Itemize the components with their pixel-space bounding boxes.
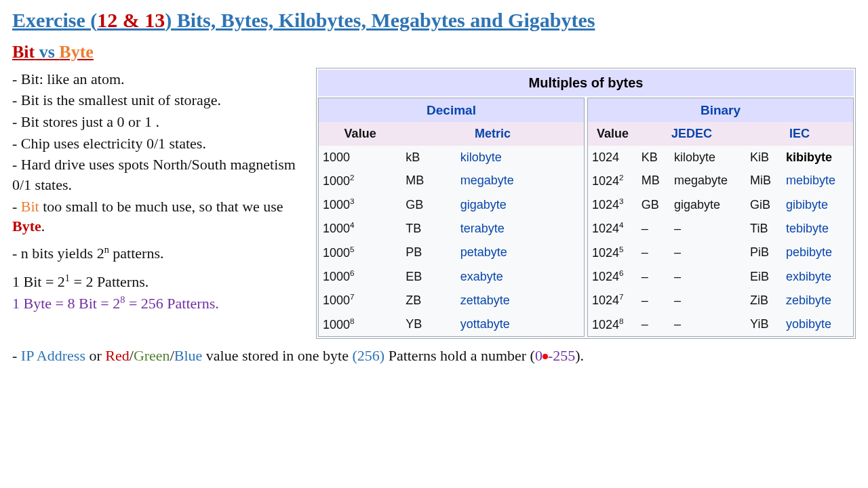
- unit-link[interactable]: yottabyte: [456, 312, 585, 337]
- footer-note: - IP Address or Red/Green/Blue value sto…: [12, 346, 856, 366]
- table-row: 1024KBkilobyteKiBkibibyte: [588, 146, 854, 169]
- col-iec: IEC: [746, 122, 853, 145]
- decimal-heading: Decimal: [319, 98, 585, 122]
- bullet-list: - Bit: like an atom. - Bit is the smalle…: [12, 68, 304, 339]
- bullet-atom: - Bit: like an atom.: [12, 69, 304, 89]
- unit-link[interactable]: tebibyte: [782, 216, 853, 240]
- unit-link[interactable]: exabyte: [456, 264, 585, 288]
- table-row: 10242MBmegabyteMiBmebibyte: [588, 169, 854, 192]
- table-row: 10248––YiByobibyte: [588, 312, 854, 337]
- binary-heading: Binary: [588, 98, 854, 122]
- col-jedec: JEDEC: [637, 122, 746, 145]
- unit-link[interactable]: pebibyte: [782, 241, 853, 264]
- table-row: 10245––PiBpebibyte: [588, 241, 854, 264]
- bullet-1byte: 1 Byte = 8 Bit = 28 = 256 Patterns.: [12, 293, 304, 314]
- table-row: 10247––ZiBzebibyte: [588, 288, 854, 312]
- unit-link[interactable]: terabyte: [456, 216, 585, 240]
- ip-address: IP Address: [21, 347, 85, 364]
- table-row: 10006EBexabyte: [319, 264, 585, 288]
- word-bit: Bit: [21, 198, 39, 215]
- title-nums: 12 & 13: [97, 9, 165, 31]
- col-value: Value: [319, 122, 402, 145]
- page-title: Exercise (12 & 13) Bits, Bytes, Kilobyte…: [12, 7, 856, 35]
- bullet-chip: - Chip uses electricity 0/1 states.: [12, 134, 304, 154]
- table-row: 1000kBkilobyte: [319, 146, 585, 169]
- binary-table: Binary Value JEDEC IEC 1024KBkilobyteKiB…: [587, 98, 854, 337]
- col-metric: Metric: [401, 122, 584, 145]
- subtitle: Bit vs Byte: [12, 40, 856, 64]
- word-byte: Byte: [12, 218, 41, 235]
- pointer-dot-icon: [542, 354, 548, 359]
- bullet-patterns: - n bits yields 2n patterns.: [12, 243, 304, 264]
- subtitle-byte: Byte: [59, 42, 94, 62]
- decimal-table: Decimal Value Metric 1000kBkilobyte10002…: [318, 98, 585, 337]
- bullet-smallest: - Bit is the smallest unit of storage.: [12, 90, 304, 110]
- unit-link[interactable]: gibibyte: [782, 192, 853, 216]
- num-256: (256): [352, 347, 384, 364]
- unit-link[interactable]: megabyte: [456, 169, 585, 192]
- bullet-1bit: 1 Bit = 21 = 2 Patterns.: [12, 272, 304, 292]
- subtitle-bit: Bit: [12, 42, 35, 62]
- unit-link[interactable]: gigabyte: [456, 192, 585, 216]
- unit-link[interactable]: kilobyte: [456, 146, 585, 169]
- unit-link[interactable]: yobibyte: [782, 312, 853, 337]
- table-row: 10008YByottabyte: [319, 312, 585, 337]
- table-row: 10002MBmegabyte: [319, 169, 585, 192]
- table-row: 10243GBgigabyteGiBgibibyte: [588, 192, 854, 216]
- word-red: Red: [105, 347, 129, 364]
- title-suffix: ) Bits, Bytes, Kilobytes, Megabytes and …: [165, 9, 595, 31]
- title-prefix: Exercise (: [12, 9, 97, 31]
- table-row: 10244––TiBtebibyte: [588, 216, 854, 240]
- bytes-table-box: Multiples of bytes Decimal Value Metric …: [316, 68, 856, 339]
- bullet-byte: - Bit too small to be much use, so that …: [12, 197, 304, 237]
- bullet-harddrive: - Hard drive uses spots North/South magn…: [12, 155, 304, 195]
- unit-link[interactable]: exbibyte: [782, 264, 853, 288]
- bullet-zero-one: - Bit stores just a 0 or 1 .: [12, 112, 304, 132]
- table-row: 10005PBpetabyte: [319, 241, 585, 264]
- subtitle-vs: vs: [35, 42, 59, 62]
- word-blue: Blue: [174, 347, 203, 364]
- table-row: 10004TBterabyte: [319, 216, 585, 240]
- table-row: 10007ZBzettabyte: [319, 288, 585, 312]
- unit-link[interactable]: zettabyte: [456, 288, 585, 312]
- unit-link[interactable]: petabyte: [456, 241, 585, 264]
- unit-link[interactable]: kibibyte: [782, 146, 853, 169]
- table-row: 10003GBgigabyte: [319, 192, 585, 216]
- table-row: 10246––EiBexbibyte: [588, 264, 854, 288]
- unit-link[interactable]: zebibyte: [782, 288, 853, 312]
- unit-link[interactable]: mebibyte: [782, 169, 853, 192]
- box-title: Multiples of bytes: [318, 70, 854, 96]
- col-value-bin: Value: [588, 122, 637, 145]
- word-green: Green: [134, 347, 170, 364]
